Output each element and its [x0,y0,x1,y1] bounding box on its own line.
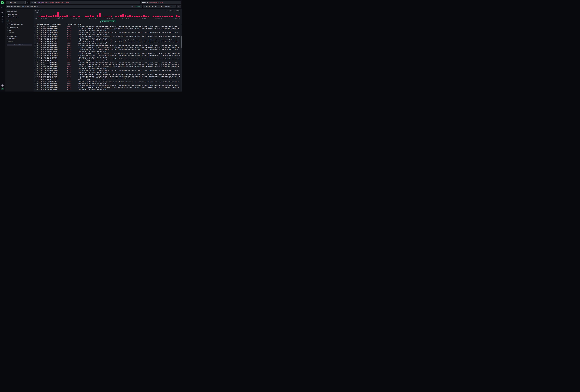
search-icon[interactable] [6,27,8,28]
resume-live-tail-button[interactable]: Resume Live Tail [101,20,115,23]
results-histogram[interactable]: 24 0 Jun 11 1:41:45 PM1:44:00 PM1:45:45 … [35,12,180,19]
log-row[interactable]: ›Jun 11 1:55:39.331 PMfrontenderror×{"co… [34,75,182,77]
select-columns-input[interactable]: SELECT Timestamp, ServiceName, SeverityT… [30,1,140,4]
expand-row-chevron-icon[interactable]: › [34,55,36,56]
column-header-timestamp[interactable]: Timestamp (Local) [36,24,52,25]
log-row[interactable]: ›Jun 11 1:55:07.841 PMfrontenderror×{"co… [34,85,182,87]
column-header-severitytext[interactable]: SeverityText [67,24,78,25]
mode-item-event-patterns[interactable]: Event Patterns [6,16,32,18]
table-scrollbar[interactable] [181,36,182,92]
load-more-severitytext[interactable]: ∨ Load more [6,32,32,33]
avatar[interactable]: U [1,88,4,90]
run-query-button[interactable]: ▷ [177,5,181,8]
checkout-checkbox[interactable] [7,38,8,39]
column-options-handle-icon[interactable]: ⋮ [180,24,182,25]
expand-row-chevron-icon[interactable]: › [34,39,36,41]
log-row[interactable]: ›Jun 11 1:56:51.980 PMfrontenderror{"cod… [34,28,182,29]
sidebar-toggle-icon[interactable] [1,6,3,8]
filter-option-checkout[interactable]: checkout [7,38,32,39]
expand-row-chevron-icon[interactable]: › [34,66,36,67]
expand-row-chevron-icon[interactable]: › [34,77,36,79]
expand-row-chevron-icon[interactable]: › [34,79,36,81]
log-row[interactable]: ›Jun 11 1:56:38.534 PMpaymenterrorVisa c… [34,37,182,39]
dashboards-icon[interactable] [1,21,3,23]
log-row[interactable]: ›Jun 11 1:56:51.975 PMpaymenterrorVisa c… [34,30,182,31]
expand-row-chevron-icon[interactable]: › [34,56,36,58]
log-row[interactable]: ›Jun 11 1:55:07.835 PMfrontenderror{"cod… [34,87,182,89]
log-row[interactable]: ›Jun 11 1:56:08.956 PMfrontenderror×{"co… [34,49,182,50]
expand-row-chevron-icon[interactable]: › [34,53,36,54]
expand-row-chevron-icon[interactable]: › [34,72,36,73]
load-more-servicename[interactable]: ∨ Load more [6,41,32,42]
language-sql-option[interactable]: SQL [132,6,134,7]
info-checkbox[interactable] [7,30,8,31]
log-row[interactable]: ›Jun 11 1:54:52.241 PMpaymenterrorVisa c… [34,89,182,90]
expand-row-chevron-icon[interactable]: › [34,60,36,62]
order-by-input[interactable]: ORDER BY TimestampTime DESC [141,1,181,4]
log-row[interactable]: ›Jun 11 1:56:03.254 PMfrontenderror×{"co… [34,54,182,56]
search-input[interactable]: SeverityText:error AND "Visa cache full"… [6,5,142,8]
expand-row-chevron-icon[interactable]: › [34,58,36,60]
column-header-body[interactable]: Body [78,24,180,25]
expand-row-chevron-icon[interactable]: › [34,43,36,44]
expand-row-chevron-icon[interactable]: › [34,76,36,77]
log-row[interactable]: ›Jun 11 1:56:03.248 PMpaymenterrorVisa c… [34,56,182,58]
filter-option-info[interactable]: info [7,29,32,31]
log-row[interactable]: ›Jun 11 1:55:07.827 PMpaymenterrorVisa c… [34,83,182,85]
sessions-laptop-icon[interactable] [1,18,3,20]
log-row[interactable]: ›Jun 11 1:55:59.767 PMfrontenderror×{"co… [34,62,182,64]
expand-row-chevron-icon[interactable]: › [34,30,36,31]
log-row[interactable]: ›Jun 11 1:56:42.995 PMpaymenterrorVisa c… [34,33,182,35]
log-row[interactable]: ›Jun 11 1:56:43.001 PMfrontenderror×{"co… [34,31,182,33]
log-row[interactable]: ›Jun 11 1:56:03.252 PMfrontenderror{"cod… [34,58,182,60]
expand-row-chevron-icon[interactable]: › [34,37,36,39]
log-row[interactable]: ›Jun 11 1:55:16.296 PMpaymenterrorVisa c… [34,79,182,81]
log-row[interactable]: ›Jun 11 1:56:32.843 PMpaymenterrorVisa c… [34,43,182,45]
expand-row-chevron-icon[interactable]: › [34,89,36,90]
log-row[interactable]: ›Jun 11 1:56:38.542 PMfrontenderror×{"co… [34,39,182,41]
expand-row-chevron-icon[interactable]: › [34,32,36,33]
log-row[interactable]: ›Jun 11 1:56:42.999 PMfrontenderror{"cod… [34,35,182,37]
table-scrollbar-thumb[interactable] [181,36,182,48]
more-filters-button[interactable]: More filters ∨ [6,44,32,46]
histogram-plot[interactable] [38,12,180,17]
time-range-picker[interactable]: Jun 11 13:41:52 - Jun 11 13:56:52 [143,5,176,8]
log-row[interactable]: ›Jun 11 1:56:38.540 PMfrontenderror{"cod… [34,41,182,43]
log-row[interactable]: ›Jun 11 1:55:39.324 PMpaymenterrorVisa c… [34,71,182,73]
expand-row-chevron-icon[interactable]: › [34,34,36,35]
expand-row-chevron-icon[interactable]: › [34,83,36,84]
expand-row-chevron-icon[interactable]: › [34,68,36,69]
expand-row-chevron-icon[interactable]: › [34,49,36,50]
expand-row-chevron-icon[interactable]: › [34,51,36,52]
log-row[interactable]: ›Jun 11 1:56:51.982 PMfrontenderror×{"co… [34,26,182,28]
log-row[interactable]: ›Jun 11 1:55:16.300 PMfrontenderror{"cod… [34,81,182,83]
source-select[interactable]: Demo Logs [6,1,25,4]
log-row[interactable]: ›Jun 11 1:55:51.448 PMpaymenterrorVisa c… [34,68,182,69]
expand-row-chevron-icon[interactable]: › [34,85,36,86]
expand-row-chevron-icon[interactable]: › [34,81,36,82]
mode-item-results-table[interactable]: Results Table [6,13,32,16]
log-row[interactable]: ›Jun 11 1:55:39.330 PMfrontenderror{"cod… [34,73,182,75]
log-row[interactable]: ›Jun 11 1:55:51.454 PMfrontenderror×{"co… [34,69,182,71]
log-row[interactable]: ›Jun 11 1:55:59.765 PMfrontenderror{"cod… [34,64,182,66]
expand-row-chevron-icon[interactable]: › [34,87,36,88]
log-row[interactable]: ›Jun 11 1:56:08.955 PMfrontenderror{"cod… [34,52,182,54]
expand-row-chevron-icon[interactable]: › [34,74,36,75]
denoise-checkbox[interactable] [6,23,8,25]
log-row[interactable]: ›Jun 11 1:55:51.452 PMfrontenderror{"cod… [34,66,182,68]
log-row[interactable]: ›Jun 11 1:56:32.848 PMfrontenderror{"cod… [34,47,182,48]
expand-row-chevron-icon[interactable]: › [34,41,36,43]
expand-row-chevron-icon[interactable]: › [34,28,36,29]
expand-row-chevron-icon[interactable]: › [34,62,36,63]
language-lucene-option[interactable]: Lucene [136,6,141,7]
denoise-results-option[interactable]: Denoise Results [6,23,32,25]
expand-row-chevron-icon[interactable]: › [34,26,36,27]
expand-row-chevron-icon[interactable]: › [34,70,36,71]
expand-row-chevron-icon[interactable]: › [34,45,36,46]
log-row[interactable]: ›Jun 11 1:55:59.760 PMpaymenterrorVisa c… [34,60,182,62]
expand-row-chevron-icon[interactable]: › [34,36,36,37]
expand-row-chevron-icon[interactable]: › [34,47,36,48]
chart-explorer-icon[interactable] [1,15,3,17]
column-header-servicename[interactable]: ServiceName [52,24,67,25]
log-row[interactable]: ›Jun 11 1:55:16.302 PMfrontenderror×{"co… [34,77,182,79]
